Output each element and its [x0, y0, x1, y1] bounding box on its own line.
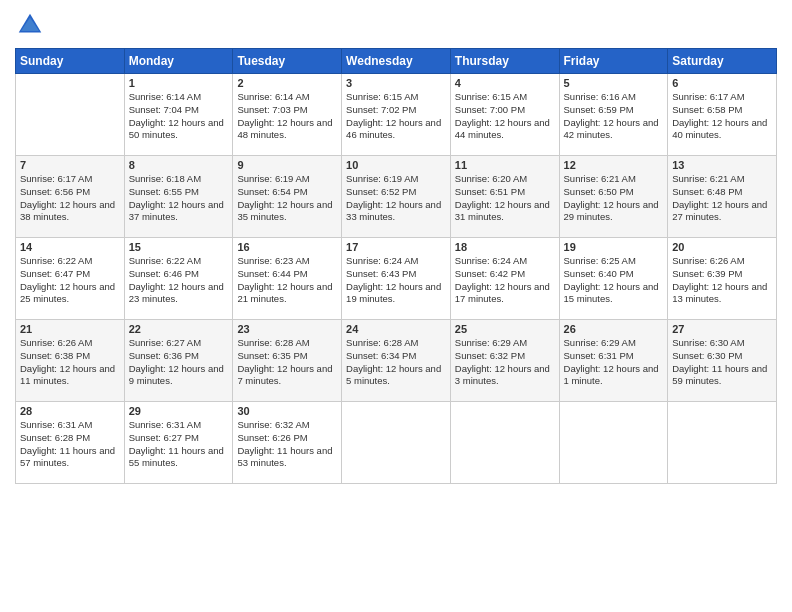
day-info: Sunrise: 6:28 AM Sunset: 6:34 PM Dayligh… [346, 337, 446, 388]
day-info: Sunrise: 6:24 AM Sunset: 6:42 PM Dayligh… [455, 255, 555, 306]
day-number: 6 [672, 77, 772, 89]
day-number: 13 [672, 159, 772, 171]
day-info: Sunrise: 6:28 AM Sunset: 6:35 PM Dayligh… [237, 337, 337, 388]
week-row-3: 14Sunrise: 6:22 AM Sunset: 6:47 PM Dayli… [16, 238, 777, 320]
day-info: Sunrise: 6:29 AM Sunset: 6:32 PM Dayligh… [455, 337, 555, 388]
calendar-cell: 5Sunrise: 6:16 AM Sunset: 6:59 PM Daylig… [559, 74, 668, 156]
calendar-cell: 20Sunrise: 6:26 AM Sunset: 6:39 PM Dayli… [668, 238, 777, 320]
calendar-cell: 28Sunrise: 6:31 AM Sunset: 6:28 PM Dayli… [16, 402, 125, 484]
day-number: 17 [346, 241, 446, 253]
day-number: 26 [564, 323, 664, 335]
day-number: 3 [346, 77, 446, 89]
calendar-cell [16, 74, 125, 156]
calendar-cell: 9Sunrise: 6:19 AM Sunset: 6:54 PM Daylig… [233, 156, 342, 238]
calendar-cell: 26Sunrise: 6:29 AM Sunset: 6:31 PM Dayli… [559, 320, 668, 402]
calendar-cell: 3Sunrise: 6:15 AM Sunset: 7:02 PM Daylig… [342, 74, 451, 156]
day-number: 20 [672, 241, 772, 253]
week-row-2: 7Sunrise: 6:17 AM Sunset: 6:56 PM Daylig… [16, 156, 777, 238]
calendar-cell: 7Sunrise: 6:17 AM Sunset: 6:56 PM Daylig… [16, 156, 125, 238]
calendar-cell: 25Sunrise: 6:29 AM Sunset: 6:32 PM Dayli… [450, 320, 559, 402]
weekday-header-sunday: Sunday [16, 49, 125, 74]
day-info: Sunrise: 6:29 AM Sunset: 6:31 PM Dayligh… [564, 337, 664, 388]
calendar-cell: 19Sunrise: 6:25 AM Sunset: 6:40 PM Dayli… [559, 238, 668, 320]
logo [15, 10, 49, 40]
calendar-cell: 8Sunrise: 6:18 AM Sunset: 6:55 PM Daylig… [124, 156, 233, 238]
page: SundayMondayTuesdayWednesdayThursdayFrid… [0, 0, 792, 612]
day-info: Sunrise: 6:15 AM Sunset: 7:00 PM Dayligh… [455, 91, 555, 142]
calendar-cell: 24Sunrise: 6:28 AM Sunset: 6:34 PM Dayli… [342, 320, 451, 402]
calendar-cell: 18Sunrise: 6:24 AM Sunset: 6:42 PM Dayli… [450, 238, 559, 320]
calendar-cell: 30Sunrise: 6:32 AM Sunset: 6:26 PM Dayli… [233, 402, 342, 484]
calendar-cell: 10Sunrise: 6:19 AM Sunset: 6:52 PM Dayli… [342, 156, 451, 238]
logo-icon [15, 10, 45, 40]
weekday-header-wednesday: Wednesday [342, 49, 451, 74]
day-info: Sunrise: 6:19 AM Sunset: 6:54 PM Dayligh… [237, 173, 337, 224]
week-row-4: 21Sunrise: 6:26 AM Sunset: 6:38 PM Dayli… [16, 320, 777, 402]
calendar-cell: 23Sunrise: 6:28 AM Sunset: 6:35 PM Dayli… [233, 320, 342, 402]
day-info: Sunrise: 6:21 AM Sunset: 6:50 PM Dayligh… [564, 173, 664, 224]
calendar-cell: 11Sunrise: 6:20 AM Sunset: 6:51 PM Dayli… [450, 156, 559, 238]
calendar-cell: 1Sunrise: 6:14 AM Sunset: 7:04 PM Daylig… [124, 74, 233, 156]
day-info: Sunrise: 6:14 AM Sunset: 7:03 PM Dayligh… [237, 91, 337, 142]
day-number: 23 [237, 323, 337, 335]
day-number: 9 [237, 159, 337, 171]
calendar-cell: 22Sunrise: 6:27 AM Sunset: 6:36 PM Dayli… [124, 320, 233, 402]
day-info: Sunrise: 6:26 AM Sunset: 6:39 PM Dayligh… [672, 255, 772, 306]
calendar-cell: 4Sunrise: 6:15 AM Sunset: 7:00 PM Daylig… [450, 74, 559, 156]
day-number: 16 [237, 241, 337, 253]
day-info: Sunrise: 6:19 AM Sunset: 6:52 PM Dayligh… [346, 173, 446, 224]
weekday-header-saturday: Saturday [668, 49, 777, 74]
day-info: Sunrise: 6:22 AM Sunset: 6:47 PM Dayligh… [20, 255, 120, 306]
day-number: 29 [129, 405, 229, 417]
day-number: 8 [129, 159, 229, 171]
day-number: 2 [237, 77, 337, 89]
day-number: 19 [564, 241, 664, 253]
day-info: Sunrise: 6:26 AM Sunset: 6:38 PM Dayligh… [20, 337, 120, 388]
day-info: Sunrise: 6:27 AM Sunset: 6:36 PM Dayligh… [129, 337, 229, 388]
calendar-cell [342, 402, 451, 484]
calendar-cell [450, 402, 559, 484]
calendar-cell [559, 402, 668, 484]
calendar-cell: 2Sunrise: 6:14 AM Sunset: 7:03 PM Daylig… [233, 74, 342, 156]
calendar-cell: 27Sunrise: 6:30 AM Sunset: 6:30 PM Dayli… [668, 320, 777, 402]
day-number: 15 [129, 241, 229, 253]
calendar-cell: 17Sunrise: 6:24 AM Sunset: 6:43 PM Dayli… [342, 238, 451, 320]
day-info: Sunrise: 6:18 AM Sunset: 6:55 PM Dayligh… [129, 173, 229, 224]
day-number: 14 [20, 241, 120, 253]
day-info: Sunrise: 6:16 AM Sunset: 6:59 PM Dayligh… [564, 91, 664, 142]
day-info: Sunrise: 6:31 AM Sunset: 6:27 PM Dayligh… [129, 419, 229, 470]
day-info: Sunrise: 6:21 AM Sunset: 6:48 PM Dayligh… [672, 173, 772, 224]
day-number: 10 [346, 159, 446, 171]
day-number: 7 [20, 159, 120, 171]
day-info: Sunrise: 6:15 AM Sunset: 7:02 PM Dayligh… [346, 91, 446, 142]
calendar-cell [668, 402, 777, 484]
header [15, 10, 777, 40]
day-number: 1 [129, 77, 229, 89]
day-number: 28 [20, 405, 120, 417]
calendar-cell: 16Sunrise: 6:23 AM Sunset: 6:44 PM Dayli… [233, 238, 342, 320]
day-number: 30 [237, 405, 337, 417]
day-number: 21 [20, 323, 120, 335]
week-row-1: 1Sunrise: 6:14 AM Sunset: 7:04 PM Daylig… [16, 74, 777, 156]
calendar-cell: 15Sunrise: 6:22 AM Sunset: 6:46 PM Dayli… [124, 238, 233, 320]
weekday-header-tuesday: Tuesday [233, 49, 342, 74]
calendar-cell: 12Sunrise: 6:21 AM Sunset: 6:50 PM Dayli… [559, 156, 668, 238]
day-info: Sunrise: 6:17 AM Sunset: 6:56 PM Dayligh… [20, 173, 120, 224]
day-info: Sunrise: 6:30 AM Sunset: 6:30 PM Dayligh… [672, 337, 772, 388]
day-number: 24 [346, 323, 446, 335]
day-info: Sunrise: 6:24 AM Sunset: 6:43 PM Dayligh… [346, 255, 446, 306]
day-info: Sunrise: 6:25 AM Sunset: 6:40 PM Dayligh… [564, 255, 664, 306]
day-info: Sunrise: 6:14 AM Sunset: 7:04 PM Dayligh… [129, 91, 229, 142]
day-info: Sunrise: 6:31 AM Sunset: 6:28 PM Dayligh… [20, 419, 120, 470]
calendar-cell: 6Sunrise: 6:17 AM Sunset: 6:58 PM Daylig… [668, 74, 777, 156]
day-number: 4 [455, 77, 555, 89]
day-info: Sunrise: 6:22 AM Sunset: 6:46 PM Dayligh… [129, 255, 229, 306]
week-row-5: 28Sunrise: 6:31 AM Sunset: 6:28 PM Dayli… [16, 402, 777, 484]
day-info: Sunrise: 6:23 AM Sunset: 6:44 PM Dayligh… [237, 255, 337, 306]
day-info: Sunrise: 6:17 AM Sunset: 6:58 PM Dayligh… [672, 91, 772, 142]
day-number: 12 [564, 159, 664, 171]
day-info: Sunrise: 6:32 AM Sunset: 6:26 PM Dayligh… [237, 419, 337, 470]
day-number: 22 [129, 323, 229, 335]
day-number: 25 [455, 323, 555, 335]
weekday-header-row: SundayMondayTuesdayWednesdayThursdayFrid… [16, 49, 777, 74]
